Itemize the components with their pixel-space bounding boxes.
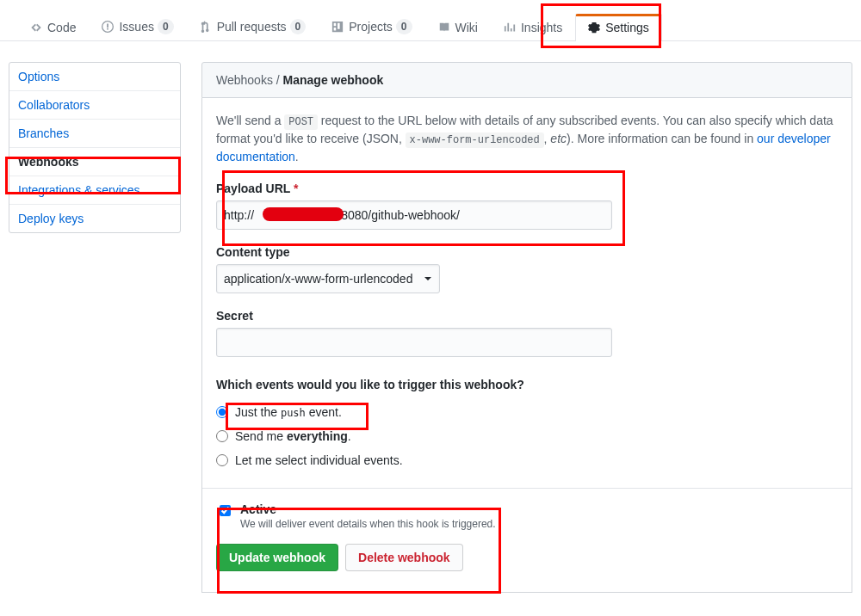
sidebar-item-branches[interactable]: Branches bbox=[9, 120, 180, 148]
repo-nav: Code Issues 0 Pull requests 0 Projects 0… bbox=[0, 0, 861, 41]
required-asterisk: * bbox=[294, 182, 298, 195]
event-individual-label: Let me select individual events. bbox=[235, 453, 403, 467]
main-content: Webhooks / Manage webhook We'll send a P… bbox=[201, 62, 852, 593]
sidebar-item-integrations[interactable]: Integrations & services bbox=[9, 176, 180, 205]
intro-text: We'll send a POST request to the URL bel… bbox=[216, 112, 838, 166]
issues-count: 0 bbox=[158, 19, 174, 34]
delete-webhook-button[interactable]: Delete webhook bbox=[345, 544, 463, 571]
event-option-everything[interactable]: Send me everything. bbox=[216, 424, 838, 448]
nav-projects-label: Projects bbox=[349, 20, 393, 34]
event-individual-radio[interactable] bbox=[216, 454, 228, 466]
issue-icon bbox=[102, 21, 114, 33]
nav-issues[interactable]: Issues 0 bbox=[89, 12, 186, 41]
payload-url-group: Payload URL * bbox=[216, 182, 612, 230]
secret-label: Secret bbox=[216, 309, 612, 323]
event-everything-radio[interactable] bbox=[216, 430, 228, 442]
event-push-radio[interactable] bbox=[216, 406, 228, 418]
content-type-label: Content type bbox=[216, 245, 612, 259]
nav-code[interactable]: Code bbox=[17, 14, 89, 41]
nav-projects[interactable]: Projects 0 bbox=[319, 12, 424, 41]
project-icon bbox=[331, 21, 344, 33]
secret-group: Secret bbox=[216, 309, 612, 357]
active-group: Active We will deliver event details whe… bbox=[216, 502, 838, 530]
event-option-individual[interactable]: Let me select individual events. bbox=[216, 448, 838, 472]
breadcrumb-root[interactable]: Webhooks bbox=[216, 73, 273, 87]
content-type-select[interactable]: application/x-www-form-urlencoded bbox=[216, 264, 440, 293]
pulls-count: 0 bbox=[290, 19, 307, 34]
nav-issues-label: Issues bbox=[119, 20, 153, 34]
payload-url-label: Payload URL * bbox=[216, 182, 612, 195]
divider bbox=[202, 488, 852, 489]
nav-wiki-label: Wiki bbox=[455, 21, 478, 34]
encoding-code: x-www-form-urlencoded bbox=[406, 132, 544, 149]
breadcrumb-current: Manage webhook bbox=[283, 73, 384, 87]
settings-menu: Options Collaborators Branches Webhooks … bbox=[9, 62, 181, 233]
event-everything-label: Send me everything. bbox=[235, 429, 351, 443]
sidebar-item-deploy-keys[interactable]: Deploy keys bbox=[9, 205, 180, 232]
event-option-push[interactable]: Just the push event. bbox=[216, 400, 838, 424]
code-icon bbox=[30, 22, 42, 34]
nav-insights-label: Insights bbox=[521, 21, 562, 34]
sidebar-item-options[interactable]: Options bbox=[9, 63, 180, 91]
content-type-group: Content type application/x-www-form-urle… bbox=[216, 245, 612, 293]
redacted-host bbox=[263, 207, 344, 221]
breadcrumb: Webhooks / Manage webhook bbox=[201, 62, 852, 98]
nav-settings[interactable]: Settings bbox=[575, 14, 662, 41]
nav-insights[interactable]: Insights bbox=[491, 14, 575, 41]
active-note: We will deliver event details when this … bbox=[240, 518, 496, 530]
projects-count: 0 bbox=[396, 19, 412, 34]
update-webhook-button[interactable]: Update webhook bbox=[216, 544, 338, 571]
active-checkbox[interactable] bbox=[220, 505, 231, 516]
sidebar-item-webhooks[interactable]: Webhooks bbox=[9, 148, 180, 176]
git-pull-request-icon bbox=[200, 21, 212, 33]
book-icon bbox=[438, 22, 450, 34]
post-code: POST bbox=[284, 114, 317, 131]
sidebar-item-collaborators[interactable]: Collaborators bbox=[9, 91, 180, 120]
nav-code-label: Code bbox=[47, 21, 76, 34]
nav-pulls-label: Pull requests bbox=[217, 20, 287, 34]
nav-settings-label: Settings bbox=[605, 21, 649, 34]
events-heading: Which events would you like to trigger t… bbox=[216, 378, 838, 391]
nav-wiki[interactable]: Wiki bbox=[425, 14, 491, 41]
settings-sidebar: Options Collaborators Branches Webhooks … bbox=[9, 62, 181, 593]
nav-pulls[interactable]: Pull requests 0 bbox=[187, 12, 319, 41]
gear-icon bbox=[588, 22, 600, 34]
active-label: Active bbox=[240, 502, 496, 516]
graph-icon bbox=[504, 22, 516, 34]
event-push-label: Just the push event. bbox=[235, 405, 342, 419]
secret-input[interactable] bbox=[216, 328, 612, 357]
